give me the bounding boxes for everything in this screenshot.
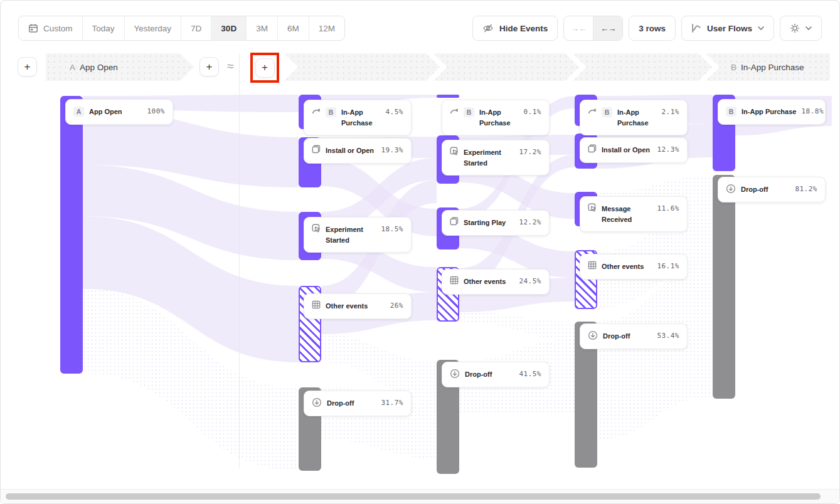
node-label: Other events: [326, 301, 385, 312]
node-pct: 11.6%: [657, 204, 679, 213]
flow-node-card-experiment-started[interactable]: Experiment Started 18.5%: [304, 217, 412, 253]
node-label: Experiment Started: [326, 224, 376, 245]
flow-node-card-app-open[interactable]: A App Open 100%: [65, 99, 173, 125]
node-label: Drop-off: [603, 331, 652, 342]
pointer-click-icon: [312, 224, 321, 233]
flow-bar-drop-off-5[interactable]: [713, 175, 735, 399]
node-label: App Open: [89, 107, 142, 117]
flow-node-card-in-app-purchase[interactable]: B In-App Purchase 2.1%: [580, 100, 688, 135]
node-label: In-App Purchase: [617, 107, 657, 128]
node-label: In-App Purchase: [341, 107, 381, 128]
pointer-click-icon: [588, 203, 597, 212]
node-label: Other events: [602, 261, 652, 272]
node-label: Experiment Started: [464, 147, 514, 168]
node-label: Install or Open: [602, 145, 652, 155]
flow-node-card-message-received[interactable]: Message Received 11.6%: [580, 196, 688, 232]
node-pct: 0.1%: [524, 107, 542, 116]
flow-node-card-drop-off[interactable]: Drop-off 53.4%: [580, 323, 688, 349]
node-label: In-App Purchase: [479, 107, 519, 128]
flow-node-card-drop-off[interactable]: Drop-off 41.5%: [442, 362, 550, 387]
flow-node-card-drop-off[interactable]: Drop-off 31.7%: [304, 391, 412, 416]
event-badge-b: B: [326, 107, 336, 117]
flow-node-card-in-app-purchase[interactable]: B In-App Purchase 4.5%: [304, 100, 412, 135]
flow-node-card-install-or-open[interactable]: Install or Open 19.3%: [304, 138, 412, 164]
flow-node-card-other-events[interactable]: Other events 26%: [304, 293, 412, 319]
event-badge-a: A: [73, 107, 84, 117]
sankey-canvas: A App Open 100% B In-App Purchase 4.5% I…: [1, 1, 839, 503]
flow-node-card-install-or-open[interactable]: Install or Open 12.3%: [580, 137, 688, 163]
node-label: Other events: [464, 276, 514, 287]
overlapping-squares-icon: [312, 145, 321, 154]
node-label: In-App Purchase: [742, 107, 796, 117]
curved-arrow-icon: [312, 107, 321, 115]
user-flows-report: Custom Today Yesterday 7D 30D 3M 6M 12M …: [0, 0, 840, 504]
event-badge-b: B: [464, 107, 474, 117]
node-label: Drop-off: [741, 184, 790, 195]
pointer-click-icon: [450, 147, 459, 155]
node-pct: 4.5%: [386, 107, 404, 116]
node-label: Install or Open: [326, 145, 376, 156]
node-pct: 31.7%: [381, 398, 403, 407]
node-pct: 81.2%: [795, 184, 817, 193]
node-label: Message Received: [602, 204, 652, 224]
scrollbar-thumb[interactable]: [6, 493, 821, 500]
curved-arrow-icon: [588, 107, 597, 115]
node-pct: 16.1%: [657, 261, 679, 270]
node-pct: 2.1%: [662, 107, 680, 116]
flow-node-card-starting-play[interactable]: Starting Play 12.2%: [442, 210, 550, 236]
node-pct: 12.3%: [657, 145, 679, 154]
node-pct: 19.3%: [381, 145, 403, 154]
circle-down-arrow-icon: [450, 369, 460, 379]
flow-node-card-other-events[interactable]: Other events 16.1%: [580, 254, 688, 280]
flow-node-card-experiment-started[interactable]: Experiment Started 17.2%: [442, 140, 550, 176]
node-label: Drop-off: [465, 369, 514, 380]
circle-down-arrow-icon: [588, 330, 598, 340]
grid-icon: [588, 261, 597, 270]
flow-node-card-in-app-purchase[interactable]: B In-App Purchase 0.1%: [442, 100, 550, 135]
event-badge-b: B: [602, 107, 612, 117]
node-pct: 12.2%: [519, 218, 541, 226]
node-label: Starting Play: [464, 218, 514, 228]
node-pct: 24.5%: [519, 276, 541, 285]
flow-node-card-drop-off-final[interactable]: Drop-off 81.2%: [718, 177, 826, 202]
node-pct: 18.5%: [381, 224, 403, 233]
flow-bar-app-open[interactable]: [60, 96, 83, 374]
horizontal-scrollbar: [1, 489, 839, 503]
grid-icon: [450, 276, 459, 285]
node-pct: 18.8%: [801, 107, 824, 115]
node-pct: 17.2%: [519, 147, 541, 156]
flow-node-card-in-app-purchase-final[interactable]: B In-App Purchase 18.8%: [718, 99, 826, 125]
circle-down-arrow-icon: [312, 397, 322, 407]
node-label: Drop-off: [327, 398, 376, 409]
event-badge-b: B: [726, 107, 736, 117]
flow-bar-in-app-purchase-3[interactable]: [437, 95, 459, 98]
overlapping-squares-icon: [450, 217, 459, 226]
grid-icon: [312, 300, 321, 309]
node-pct: 100%: [147, 107, 166, 115]
node-pct: 26%: [390, 301, 403, 310]
circle-down-arrow-icon: [726, 184, 736, 194]
curved-arrow-icon: [450, 107, 459, 115]
flow-ribbon: [459, 312, 575, 339]
overlapping-squares-icon: [588, 144, 597, 153]
flow-node-card-other-events[interactable]: Other events 24.5%: [442, 269, 550, 295]
node-pct: 53.4%: [657, 331, 679, 340]
node-pct: 41.5%: [519, 369, 541, 378]
